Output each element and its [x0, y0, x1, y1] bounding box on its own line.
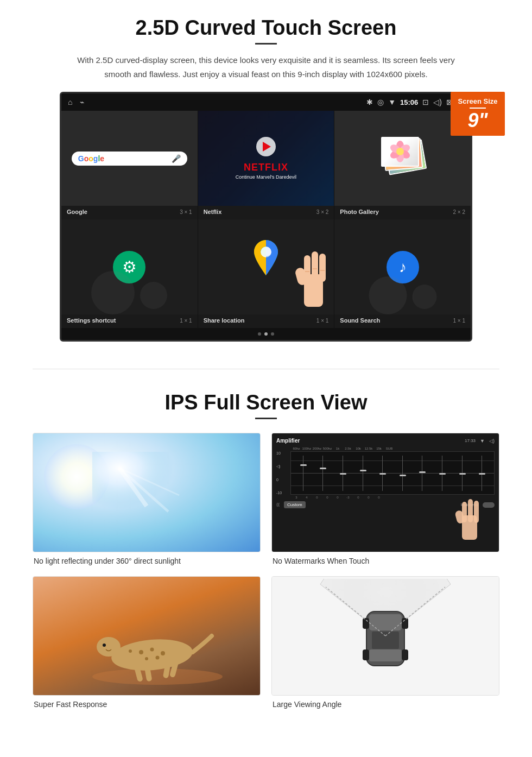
feature-fast-response: Super Fast Response	[33, 576, 261, 709]
title-underline-2	[255, 418, 277, 419]
app-grid-row1: Google 🎤 NETFLIX Continue Marvel's Dared…	[61, 111, 471, 206]
amp-slider-8[interactable]	[442, 454, 442, 492]
device-screen: ⌂ ⌁ ✱ ◎ ▼ 15:06 ⊡ ◁) ⊠ ▭	[60, 92, 472, 342]
sky-scene-svg	[92, 452, 201, 533]
svg-rect-43	[363, 618, 369, 629]
sky-background	[33, 433, 260, 552]
google-search-bar[interactable]: Google 🎤	[72, 152, 187, 166]
dot-2[interactable]	[264, 332, 268, 336]
gallery-grid: 2 × 2	[453, 209, 465, 215]
amp-slider-6[interactable]	[402, 454, 403, 492]
hand-pointing-icon	[288, 236, 337, 318]
netflix-content: NETFLIX Continue Marvel's Daredevil	[198, 111, 334, 206]
dot-1[interactable]	[258, 332, 261, 336]
netflix-app-cell[interactable]: NETFLIX Continue Marvel's Daredevil	[198, 111, 334, 206]
svg-point-33	[129, 649, 132, 653]
feature-no-light: No light reflecting under 360° direct su…	[33, 433, 261, 565]
hand-on-screen	[450, 491, 488, 546]
hand-touch-icon	[450, 491, 488, 545]
section-divider	[33, 369, 499, 369]
usb-icon: ⌁	[80, 98, 84, 106]
status-bar: ⌂ ⌁ ✱ ◎ ▼ 15:06 ⊡ ◁) ⊠ ▭	[61, 93, 471, 111]
svg-point-6	[396, 148, 404, 155]
section1-title: 2.5D Curved Touch Screen	[33, 16, 499, 40]
amp-title: Amplifier	[276, 438, 300, 444]
amp-sliders-container	[290, 451, 495, 495]
camera-icon[interactable]: ⊡	[422, 98, 429, 106]
sound-search-cell[interactable]: ♪	[334, 219, 471, 314]
svg-rect-22	[468, 499, 473, 522]
badge-size: 9"	[455, 111, 501, 130]
amp-slider-9[interactable]	[462, 454, 463, 492]
large-viewing-image	[271, 576, 499, 696]
gallery-label: Photo Gallery	[340, 209, 379, 215]
viewing-angle-svg	[304, 579, 467, 693]
google-logo: Google	[78, 154, 104, 163]
title-underline	[255, 43, 277, 45]
status-time: 15:06	[400, 98, 418, 106]
google-app-cell[interactable]: Google 🎤	[61, 111, 198, 206]
device-wrapper: Screen Size 9" ⌂ ⌁ ✱ ◎ ▼ 15:06 ⊡	[60, 92, 472, 342]
no-watermarks-caption: No Watermarks When Touch	[271, 557, 499, 565]
section-curved-touch-screen: 2.5D Curved Touch Screen With 2.5D curve…	[0, 0, 532, 352]
sound-grid: 1 × 1	[453, 318, 465, 324]
svg-point-30	[161, 651, 165, 655]
amp-slider-10[interactable]	[482, 454, 482, 492]
amp-slider-5[interactable]	[382, 454, 383, 492]
amp-header: Amplifier 17:33 ▼ ◁)	[276, 438, 495, 444]
amp-slider-7[interactable]	[422, 454, 422, 492]
status-left: ⌂ ⌁	[68, 98, 84, 106]
amp-slider-3[interactable]	[343, 454, 343, 492]
play-triangle-icon	[263, 142, 271, 152]
netflix-play-button[interactable]	[256, 137, 276, 156]
settings-grid: 1 × 1	[180, 318, 192, 324]
maps-icon	[252, 240, 280, 275]
svg-rect-46	[402, 649, 408, 660]
share-location-cell[interactable]	[198, 219, 334, 314]
amp-time: 17:33	[465, 438, 476, 443]
cheetah-background	[33, 577, 260, 695]
netflix-logo: NETFLIX	[244, 162, 288, 173]
mic-icon[interactable]: 🎤	[172, 154, 181, 163]
share-label: Share location	[204, 317, 245, 324]
svg-rect-10	[312, 251, 318, 281]
photo-card-flower	[381, 137, 419, 167]
amp-freq-labels: 60hz 100hz 200hz 500hz 1k 2.5k 10k 12.5k…	[276, 447, 495, 450]
svg-point-38	[103, 644, 106, 647]
wifi-icon: ▼	[388, 98, 396, 106]
amp-slider-4[interactable]	[363, 454, 363, 492]
svg-rect-23	[474, 501, 479, 523]
features-grid: No light reflecting under 360° direct su…	[33, 433, 499, 709]
badge-label: Screen Size	[455, 97, 501, 105]
location-icon: ◎	[377, 98, 384, 106]
svg-point-31	[145, 657, 148, 660]
car-top-view	[272, 577, 499, 695]
flower-svg	[389, 141, 411, 162]
settings-app-cell[interactable]: ⚙	[61, 219, 198, 314]
amp-prev-icon[interactable]: ⟨⟨	[276, 502, 280, 507]
amp-side-labels: 10 ◁) 0 -10	[276, 451, 290, 495]
volume-icon[interactable]: ◁)	[433, 98, 442, 106]
amp-slider-2[interactable]	[322, 454, 323, 492]
large-viewing-caption: Large Viewing Angle	[271, 700, 499, 709]
home-icon[interactable]: ⌂	[68, 98, 72, 106]
cheetah-svg	[60, 582, 233, 690]
sound-label: Sound Search	[340, 317, 380, 324]
google-label-cell: Google 3 × 1	[61, 206, 198, 219]
svg-rect-40	[369, 614, 402, 630]
dot-3[interactable]	[271, 332, 274, 336]
netflix-grid: 3 × 2	[316, 209, 329, 215]
settings-label-cell: Settings shortcut 1 × 1	[61, 314, 198, 328]
svg-point-28	[139, 650, 143, 654]
sound-label-cell: Sound Search 1 × 1	[334, 314, 471, 328]
svg-point-27	[97, 637, 121, 657]
svg-rect-41	[369, 649, 402, 661]
svg-point-32	[156, 656, 160, 660]
amp-custom-button[interactable]: Custom	[284, 501, 306, 508]
section-ips-full-screen: IPS Full Screen View	[0, 386, 532, 725]
amp-eq-section: 10 ◁) 0 -10	[276, 451, 495, 495]
section2-title: IPS Full Screen View	[33, 391, 499, 414]
music-note-icon: ♪	[399, 258, 407, 276]
no-light-image	[33, 433, 261, 552]
amp-slider-1[interactable]	[303, 454, 303, 492]
